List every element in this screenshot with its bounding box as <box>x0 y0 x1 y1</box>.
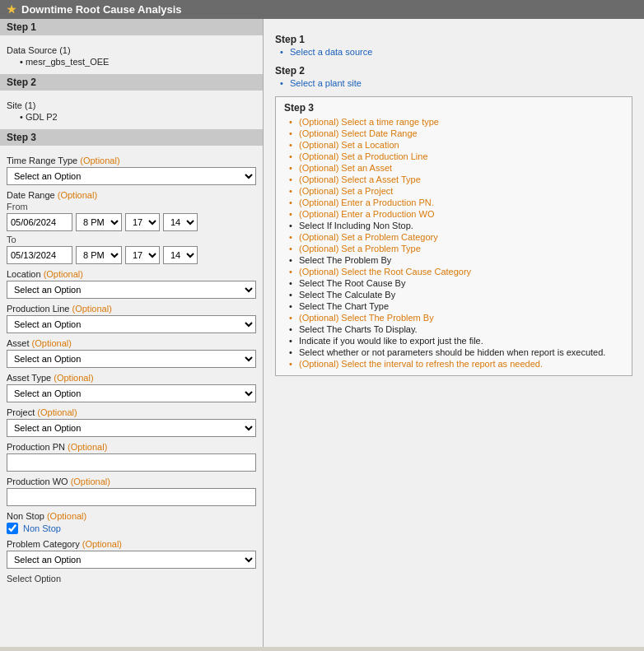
from-min-select[interactable]: 14 <box>163 213 198 231</box>
step3-list-item: (Optional) Set a Problem Type <box>284 244 623 253</box>
step3-list-item: Indicate if you would like to export jus… <box>284 336 623 346</box>
step2-body: Site (1) GDL P2 <box>0 94 263 129</box>
step3-header: Step 3 <box>0 129 263 146</box>
right-step3-box: Step 3 (Optional) Select a time range ty… <box>275 96 632 376</box>
step3-list-item: (Optional) Select the Root Cause Categor… <box>284 267 623 277</box>
step3-list-item: (Optional) Enter a Production WO <box>284 209 623 219</box>
step3-list-item: (Optional) Select a time range type <box>284 117 623 127</box>
to-label: To <box>7 235 256 244</box>
to-min-select[interactable]: 14 <box>163 246 198 264</box>
step1-body: Data Source (1) mesr_gbs_test_OEE <box>0 39 263 74</box>
step3-list-item: (Optional) Set an Asset <box>284 163 623 173</box>
asset-label: Asset (Optional) <box>7 338 256 348</box>
step3-list-item: Select whether or not parameters should … <box>284 347 623 357</box>
time-range-select[interactable]: Select an Option <box>7 167 256 185</box>
site-label: Site (1) <box>7 100 256 110</box>
from-label: From <box>7 202 256 212</box>
step3-list-item: Select The Calculate By <box>284 290 623 300</box>
probcat-select[interactable]: Select an Option <box>7 551 256 569</box>
nonstop-checkbox-row: Non Stop <box>7 523 256 534</box>
step3-list-item: (Optional) Select the interval to refres… <box>284 359 623 369</box>
step3-list-item: Select The Problem By <box>284 255 623 265</box>
main-container: Step 1 Data Source (1) mesr_gbs_test_OEE… <box>0 19 644 647</box>
from-hour-select[interactable]: 17 <box>125 213 160 231</box>
project-select[interactable]: Select an Option <box>7 419 256 437</box>
date-range-label: Date Range (Optional) <box>7 190 256 200</box>
right-step1-label: Step 1 <box>275 34 632 45</box>
prodline-label: Production Line (Optional) <box>7 304 256 314</box>
prodline-select[interactable]: Select an Option <box>7 315 256 333</box>
location-label: Location (Optional) <box>7 269 256 279</box>
asset-select[interactable]: Select an Option <box>7 350 256 368</box>
right-step2-bullet: Select a plant site <box>275 78 632 88</box>
step3-list-item: Select The Chart Type <box>284 301 623 311</box>
to-hour-select[interactable]: 17 <box>125 246 160 264</box>
right-step1-bullet: Select a data source <box>275 47 632 57</box>
select-option-bottom: Select Option <box>7 574 256 584</box>
step3-list-item: (Optional) Set a Project <box>284 186 623 196</box>
to-date-row: 8 PM 17 14 <box>7 246 256 264</box>
window-title-bar: ★ Downtime Root Cause Analysis <box>0 0 644 19</box>
window-title-text: Downtime Root Cause Analysis <box>21 3 182 16</box>
probcat-label: Problem Category (Optional) <box>7 539 256 549</box>
nonstop-checkbox-label[interactable]: Non Stop <box>23 523 61 533</box>
step3-list-item: Select The Charts To Display. <box>284 324 623 334</box>
right-step2-label: Step 2 <box>275 65 632 77</box>
left-panel: Step 1 Data Source (1) mesr_gbs_test_OEE… <box>0 19 264 647</box>
from-date-input[interactable] <box>7 213 72 231</box>
to-time-select[interactable]: 8 PM <box>76 246 122 264</box>
site-value: GDL P2 <box>7 112 256 122</box>
location-select[interactable]: Select an Option <box>7 281 256 299</box>
step3-list-item: Select The Root Cause By <box>284 278 623 288</box>
from-date-row: 8 PM 17 14 <box>7 213 256 231</box>
prodwo-input[interactable] <box>7 488 256 506</box>
right-step3-label: Step 3 <box>284 102 623 114</box>
step3-list: (Optional) Select a time range type(Opti… <box>284 117 623 369</box>
step3-list-item: (Optional) Set a Location <box>284 140 623 150</box>
step3-body: Time Range Type (Optional) Select an Opt… <box>0 149 263 590</box>
data-source-value: mesr_gbs_test_OEE <box>7 57 256 67</box>
step3-instructions-box: Step 3 (Optional) Select a time range ty… <box>275 96 632 376</box>
assettype-label: Asset Type (Optional) <box>7 373 256 383</box>
step3-list-item: Select If Including Non Stop. <box>284 221 623 230</box>
step3-list-item: (Optional) Enter a Production PN. <box>284 198 623 207</box>
prodpn-label: Production PN (Optional) <box>7 442 256 452</box>
nonstop-label: Non Stop (Optional) <box>7 511 256 521</box>
prodwo-label: Production WO (Optional) <box>7 477 256 486</box>
data-source-label: Data Source (1) <box>7 45 256 55</box>
step3-list-item: (Optional) Set a Problem Category <box>284 232 623 242</box>
step3-list-item: (Optional) Select The Problem By <box>284 313 623 323</box>
prodpn-input[interactable] <box>7 453 256 472</box>
from-time-select[interactable]: 8 PM <box>76 213 122 231</box>
right-panel: Step 1 Select a data source Step 2 Selec… <box>264 19 644 647</box>
step3-list-item: (Optional) Set a Production Line <box>284 151 623 161</box>
time-range-label: Time Range Type (Optional) <box>7 156 256 165</box>
step3-list-item: (Optional) Select Date Range <box>284 128 623 138</box>
nonstop-checkbox[interactable] <box>7 523 18 534</box>
step1-header: Step 1 <box>0 19 263 35</box>
assettype-select[interactable]: Select an Option <box>7 384 256 402</box>
star-icon: ★ <box>7 3 16 16</box>
step2-header: Step 2 <box>0 74 263 91</box>
project-label: Project (Optional) <box>7 407 256 417</box>
step3-list-item: (Optional) Select a Asset Type <box>284 174 623 184</box>
to-date-input[interactable] <box>7 246 72 264</box>
